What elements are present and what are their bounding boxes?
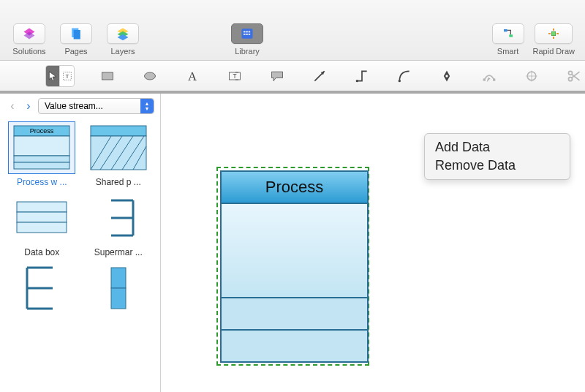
connector-icon [355, 69, 369, 83]
text-box-icon: T [227, 69, 242, 83]
arrow-icon [312, 69, 327, 83]
pen-icon [439, 69, 454, 83]
library-back-button[interactable]: ‹ [6, 98, 19, 114]
pin-tool[interactable] [521, 66, 543, 86]
svg-point-20 [557, 33, 559, 34]
process-shape-title: Process [265, 178, 323, 197]
svg-rect-36 [493, 78, 495, 80]
supermarket-thumb-icon [89, 195, 148, 241]
toolbar-group-left: Solutions Pages Layers [7, 23, 145, 56]
library-forward-button[interactable]: › [22, 98, 35, 114]
stencil-label: Data box [24, 247, 59, 257]
svg-point-33 [399, 80, 401, 82]
text-tool[interactable]: T [60, 66, 74, 86]
smart-button[interactable]: Smart [489, 23, 527, 56]
stencil-extra-1[interactable] [6, 262, 78, 317]
data-box-thumb-icon [12, 195, 71, 241]
extra1-thumb-icon [12, 265, 71, 312]
stencil-process[interactable]: Process Process w ... [6, 121, 78, 187]
solutions-button[interactable]: Solutions [7, 23, 51, 56]
extra2-thumb-icon [89, 265, 148, 312]
text-cursor-icon: T [61, 70, 73, 82]
svg-text:T: T [65, 73, 69, 80]
pin-icon [524, 69, 539, 83]
svg-rect-68 [111, 268, 126, 288]
process-shape-selection[interactable]: Process [216, 167, 369, 366]
menu-item-add-data[interactable]: Add Data [425, 138, 570, 157]
svg-point-24 [145, 72, 156, 80]
rapid-draw-icon [548, 28, 559, 39]
library-nav: ‹ › Value stream... ▲▼ [0, 94, 160, 118]
svg-rect-58 [17, 212, 67, 222]
library-button[interactable]: Library [225, 23, 269, 56]
main-toolbar: Solutions Pages Layers Library Smart [0, 0, 585, 61]
toolbar-group-right: Smart Rapid Draw [489, 23, 578, 56]
svg-rect-8 [244, 31, 246, 33]
ellipse-tool[interactable] [139, 66, 161, 86]
svg-rect-48 [14, 156, 69, 162]
text-a-icon: A [185, 69, 200, 83]
stencil-data-box[interactable]: Data box [6, 192, 78, 257]
pages-label: Pages [64, 47, 87, 56]
callout-tool[interactable] [266, 66, 288, 86]
smart-icon [502, 28, 514, 39]
svg-rect-23 [102, 72, 113, 80]
svg-rect-11 [244, 34, 246, 35]
curve-tool[interactable] [393, 66, 415, 86]
rapid-draw-button[interactable]: Rapid Draw [530, 23, 578, 56]
svg-rect-59 [17, 222, 67, 233]
svg-point-34 [445, 75, 448, 77]
svg-rect-35 [483, 78, 486, 80]
process-shape-row-2[interactable] [220, 331, 369, 363]
process-shape-header[interactable]: Process [220, 170, 369, 204]
library-icon [240, 26, 254, 41]
svg-text:A: A [188, 69, 197, 83]
edit-points-icon [482, 69, 497, 83]
context-menu: Add Data Remove Data [424, 133, 570, 180]
svg-rect-57 [17, 202, 67, 212]
ellipse-icon [143, 69, 157, 83]
library-selector-value: Value stream... [45, 101, 103, 111]
stencil-grid: Process Process w ... Shared p ... [0, 118, 160, 320]
layers-button[interactable]: Layers [101, 23, 145, 56]
svg-rect-47 [14, 136, 69, 156]
pages-button[interactable]: Pages [54, 23, 98, 56]
layers-label: Layers [110, 47, 135, 56]
svg-rect-15 [509, 34, 513, 37]
svg-rect-3 [74, 30, 80, 39]
shared-process-thumb-icon [89, 124, 148, 171]
svg-rect-49 [14, 162, 69, 169]
svg-point-18 [553, 37, 554, 39]
text-box-tool[interactable]: T [224, 66, 246, 86]
cut-tool[interactable] [563, 66, 585, 86]
pointer-tool[interactable] [46, 66, 60, 86]
connector-tool[interactable] [351, 66, 373, 86]
drawing-toolbar: T A T [0, 61, 585, 94]
stencil-extra-2[interactable] [83, 262, 155, 317]
svg-marker-37 [487, 77, 491, 82]
stencil-supermarket[interactable]: Supermar ... [83, 192, 155, 257]
stencil-label: Process w ... [17, 177, 67, 187]
solutions-icon [22, 26, 37, 41]
library-selector[interactable]: Value stream... ▲▼ [38, 98, 154, 114]
process-shape-body[interactable] [220, 204, 369, 298]
svg-rect-16 [552, 31, 556, 35]
edit-points-tool[interactable] [478, 66, 500, 86]
process-shape-row-1[interactable] [220, 298, 369, 331]
rectangle-tool[interactable] [97, 66, 118, 86]
svg-rect-12 [246, 34, 248, 35]
callout-icon [270, 69, 284, 83]
pointer-icon [47, 70, 58, 82]
line-tool[interactable] [309, 66, 331, 86]
svg-point-19 [548, 33, 550, 34]
rectangle-icon [100, 69, 115, 83]
menu-item-remove-data[interactable]: Remove Data [425, 157, 570, 175]
text-shape-tool[interactable]: A [181, 66, 203, 86]
svg-rect-50 [91, 126, 146, 136]
library-panel: ‹ › Value stream... ▲▼ Process Process w… [0, 94, 161, 392]
canvas[interactable]: Process Add Data Remove Data [161, 94, 585, 392]
stencil-label: Shared p ... [96, 177, 141, 187]
stencil-shared-process[interactable]: Shared p ... [83, 121, 155, 187]
pages-icon [69, 26, 83, 41]
pen-tool[interactable] [436, 66, 458, 86]
